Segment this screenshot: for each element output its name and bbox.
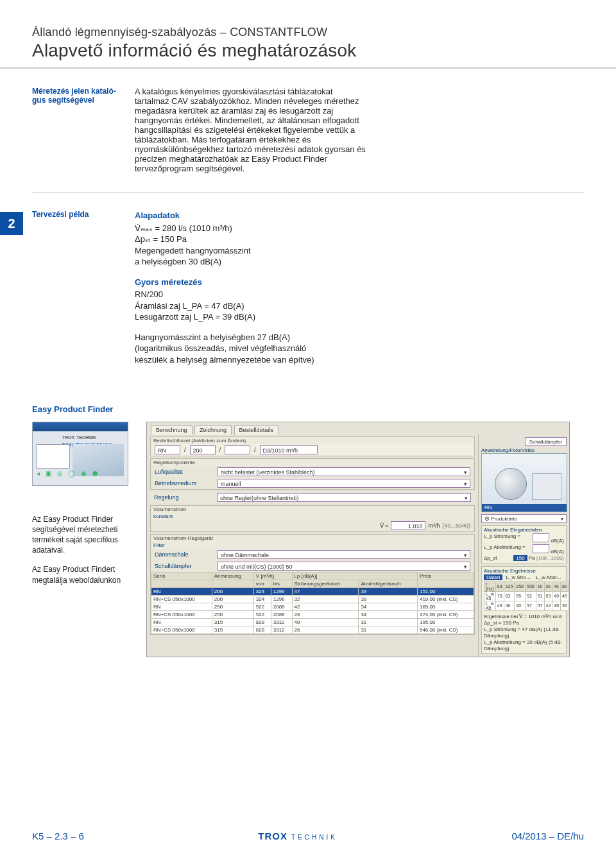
- damm-dropdown[interactable]: ohne Dämmschale: [218, 550, 470, 559]
- ak-in-dp-val[interactable]: 150: [513, 555, 527, 561]
- table-cell: 165,00: [417, 603, 474, 610]
- spec-td: 42: [544, 601, 552, 610]
- spec-th: f [Hz]: [484, 582, 496, 591]
- spec-td: 63: [504, 591, 515, 601]
- orderkey-part-4[interactable]: [225, 445, 250, 454]
- app-side-column: Schalldämpfer Anwendung/Foto/Video RN ⦿ …: [478, 435, 569, 657]
- table-row[interactable]: RN+CS 050x100031582833122631546,00 (inkl…: [151, 626, 474, 633]
- ak-in-ls-field[interactable]: [533, 533, 549, 542]
- section-design-example: Tervezési példa Alapadatok V̇ₘₐₓ = 280 l…: [32, 210, 584, 366]
- table-cell: 47: [292, 587, 359, 595]
- spec-td: 46: [504, 601, 515, 610]
- ak-out-tab-stro[interactable]: L_w Stro...: [504, 574, 533, 580]
- table-cell: 26: [292, 626, 359, 633]
- spec-th: 63: [495, 582, 504, 591]
- vol-input[interactable]: 1.010: [391, 521, 425, 530]
- table-cell: 3312: [271, 626, 292, 633]
- schall-dropdown[interactable]: ohne und mit(CS) (1000) 50: [218, 562, 470, 571]
- results-table[interactable]: Serie Abmessung V [m³/h] Lp [dB(A)] Prei…: [151, 572, 474, 634]
- quick-sizing-heading: Gyors méretezés: [135, 277, 379, 288]
- schalldampfer-button[interactable]: Schalldämpfer: [525, 437, 567, 446]
- acoustic-inputs: Akustische Eingabedaten L_p Strömung = d…: [481, 525, 567, 564]
- quick-sizing-radiated: Lesugárzott zaj L_PA = 39 dB(A): [135, 311, 379, 323]
- acoustic-results: Akustische Ergebnisse Daten L_w Stro... …: [481, 566, 567, 654]
- ak-out-tab-daten[interactable]: Daten: [484, 574, 502, 580]
- table-row[interactable]: RN31582833124031195,00: [151, 618, 474, 626]
- spec-th: 500: [526, 582, 536, 591]
- th-preis: Preis: [417, 572, 474, 580]
- table-cell: 31: [359, 626, 418, 633]
- orderkey-slash-1: /: [184, 447, 186, 453]
- table-cell: RN+CS 050x1000: [151, 610, 212, 618]
- app-tab-zeichnung[interactable]: Zeichnung: [194, 425, 232, 435]
- regel-dropdown[interactable]: ohne Regler(ohne Stellantrieb): [217, 493, 471, 502]
- basic-data-heading: Alapadatok: [135, 210, 379, 221]
- app-orderkey-label: Bestellschlüssel (Anklicken zum Ändern): [151, 437, 474, 444]
- epf-thumbnail: TROX TECHNIK Easy Product Finder ◂ ▣ ◎ ◯…: [32, 422, 128, 486]
- table-row[interactable]: RN+CS 050x100025052220882834474,00 (inkl…: [151, 610, 474, 618]
- orderkey-part-6[interactable]: D3/1010 m³/h: [260, 445, 318, 454]
- ak-in-dp: Δp_st: [484, 555, 497, 562]
- chapter-tab: 2: [0, 212, 23, 235]
- ak-in-la-field[interactable]: [533, 544, 549, 553]
- footer-logo-main: TROX: [258, 831, 287, 841]
- table-cell: 200: [212, 587, 253, 595]
- section-sizing: Méretezés jelen kataló­gus segítségével …: [32, 87, 584, 173]
- epf-left-column: TROX TECHNIK Easy Product Finder ◂ ▣ ◎ ◯…: [32, 422, 135, 585]
- spec-td: 52: [526, 591, 536, 601]
- th-serie: Serie: [151, 572, 212, 580]
- produktinfo-dropdown[interactable]: ⦿ Produktinfo: [481, 514, 567, 523]
- luft-dropdown[interactable]: nicht belastet (verzinktes Stahlblech): [218, 467, 470, 476]
- basic-data-allowed1: Megengedett hangnyomásszint: [135, 245, 379, 257]
- spec-td: 49: [495, 601, 504, 610]
- vol-title: Volumenstrom: [151, 506, 474, 513]
- damm-label: Dämmschale: [155, 551, 214, 558]
- results-title: Volumenstrom-Regelgerät: [151, 535, 474, 542]
- room-spl-line1: Hangnyomásszint a helyiségben 27 dB(A): [135, 332, 379, 343]
- epf-thumb-technik: TECHNIK: [76, 435, 96, 440]
- quick-sizing-rn: RN/200: [135, 289, 379, 300]
- ak-out-result-l2: L_p Abstrahlung = 39 dB(A) (5 dB Dämpfun…: [484, 639, 564, 652]
- ak-in-dp-unit: Pa: [529, 555, 535, 561]
- table-cell: 419,00 (inkl. CS): [417, 595, 474, 603]
- table-row[interactable]: RN25052220884234165,00: [151, 603, 474, 610]
- ak-out-tab-abst[interactable]: L_w Abst...: [534, 574, 563, 580]
- table-cell: 315: [212, 626, 253, 633]
- orderkey-part-0[interactable]: RN: [155, 445, 180, 454]
- vol-eq: V̇ =: [380, 522, 389, 529]
- th-v: V [m³/h]: [253, 572, 292, 580]
- spec-td: 49: [552, 591, 561, 601]
- ak-in-title: Akustische Eingabedaten: [484, 527, 564, 533]
- ak-out-title: Akustische Ergebnisse: [484, 568, 564, 574]
- orderkey-part-2[interactable]: 200: [190, 445, 216, 454]
- orderkey-slash-3: /: [254, 447, 256, 453]
- spec-td: 40: [552, 601, 561, 610]
- betr-label: Betriebsmedium: [155, 480, 214, 487]
- table-row[interactable]: RN+CS 050x100020032412963239419,00 (inkl…: [151, 595, 474, 603]
- ak-out-result-l1: L_p Strömung = 47 dB(A) (11 dB Dämpfung): [484, 626, 564, 639]
- ak-out-result-title: Ergebnisse bei V̇ = 1010 m³/h und Δp_st …: [484, 614, 564, 626]
- room-spl-line2: (logaritmikus összeadás, mivel végfelhas…: [135, 343, 379, 354]
- table-cell: 474,00 (inkl. CS): [417, 610, 474, 618]
- app-tab-bestelldetails[interactable]: Bestelldetails: [234, 425, 278, 435]
- table-cell: 34: [359, 610, 418, 618]
- table-cell: RN: [151, 587, 212, 595]
- th-abstr: Abstrahlgeräusch: [359, 580, 418, 587]
- footer-logo: TROXTECHNIK: [258, 831, 338, 841]
- betr-dropdown[interactable]: manuell: [218, 479, 470, 488]
- app-regel-title: Regelkomponente: [151, 459, 474, 466]
- ak-in-ls: L_p Strömung =: [484, 533, 520, 544]
- app-tab-berechnung[interactable]: Berechnung: [151, 425, 193, 435]
- table-cell: 2088: [271, 603, 292, 610]
- table-cell: RN: [151, 618, 212, 626]
- basic-data-allowed2: a helyiségben 30 dB(A): [135, 256, 379, 268]
- luft-label: Luftqualität: [155, 469, 214, 475]
- header-rule: [0, 67, 616, 69]
- table-cell: 522: [253, 610, 271, 618]
- table-cell: 250: [212, 610, 253, 618]
- regel-label: Regelung: [154, 494, 213, 501]
- th-strom: Strömungsgeräusch: [292, 580, 359, 587]
- table-row[interactable]: RN20032412964739151,00: [151, 587, 474, 595]
- table-cell: 39: [359, 587, 418, 595]
- ak-in-la-unit: dB(A): [551, 549, 564, 555]
